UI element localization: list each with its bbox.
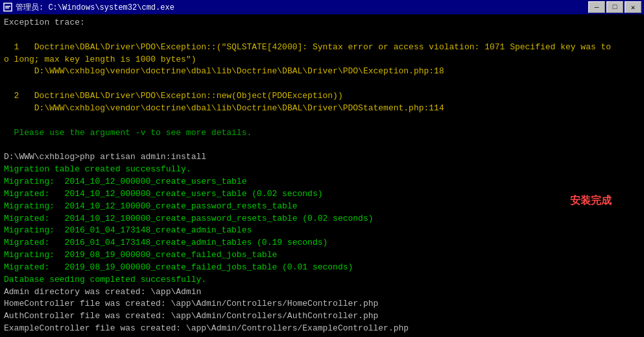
- terminal-output: Exception trace: 1 Doctrine\DBAL\Driver\…: [0, 14, 644, 337]
- window-controls: — □ ✕: [588, 1, 641, 13]
- terminal-line: D:\WWW\cxhblog\vendor\doctrine\dbal\lib\…: [4, 103, 640, 115]
- terminal-line: Migrating: 2014_10_12_000000_create_user…: [4, 176, 640, 188]
- svg-rect-0: [4, 3, 12, 11]
- window-icon: [3, 2, 13, 12]
- terminal-line: Migrating: 2014_10_12_100000_create_pass…: [4, 201, 640, 213]
- minimize-button[interactable]: —: [588, 1, 605, 13]
- terminal-line: Migrating: 2019_08_19_000000_create_fail…: [4, 249, 640, 262]
- title-bar: 管理员: C:\Windows\system32\cmd.exe — □ ✕: [0, 0, 644, 14]
- window-title: 管理员: C:\Windows\system32\cmd.exe: [16, 2, 588, 13]
- annotation-installed: 安装完成: [570, 193, 612, 208]
- terminal-line: 2 Doctrine\DBAL\Driver\PDO\Exception::ne…: [4, 90, 640, 103]
- terminal-line: Database seeding completed successfully.: [4, 274, 640, 286]
- terminal-line: [4, 78, 640, 90]
- terminal-line: Exception trace:: [4, 17, 640, 29]
- terminal-line: Migrated: 2014_10_12_100000_create_passw…: [4, 213, 640, 225]
- terminal-line: D:\WWW\cxhblog\vendor\doctrine\dbal\lib\…: [4, 66, 640, 78]
- terminal-line: ExampleController file was created: \app…: [4, 323, 640, 335]
- terminal-line: Migrated: 2014_10_12_000000_create_users…: [4, 188, 640, 201]
- terminal-line: Migration table created successfully.: [4, 164, 640, 176]
- svg-rect-1: [5, 6, 10, 7]
- terminal-line: D:\WWW\cxhblog>php artisan admin:install: [4, 151, 640, 164]
- terminal-line: [4, 29, 640, 42]
- close-button[interactable]: ✕: [625, 1, 641, 13]
- terminal-line: [4, 139, 640, 151]
- terminal-line: Migrating: 2016_01_04_173148_create_admi…: [4, 225, 640, 237]
- terminal-line: Migrated: 2016_01_04_173148_create_admin…: [4, 237, 640, 249]
- svg-rect-2: [5, 8, 9, 9]
- terminal-line: [4, 115, 640, 127]
- terminal-line: AuthController file was created: \app\Ad…: [4, 310, 640, 323]
- terminal-line: Admin directory was created: \app\Admin: [4, 286, 640, 299]
- terminal-line: 1 Doctrine\DBAL\Driver\PDO\Exception::("…: [4, 42, 640, 54]
- terminal-line: Please use the argument -v to see more d…: [4, 127, 640, 140]
- maximize-button[interactable]: □: [606, 1, 623, 13]
- terminal-line: Migrated: 2019_08_19_000000_create_faile…: [4, 262, 640, 274]
- terminal-line: HomeController file was created: \app\Ad…: [4, 298, 640, 310]
- terminal-line: o long; max key length is 1000 bytes"): [4, 54, 640, 66]
